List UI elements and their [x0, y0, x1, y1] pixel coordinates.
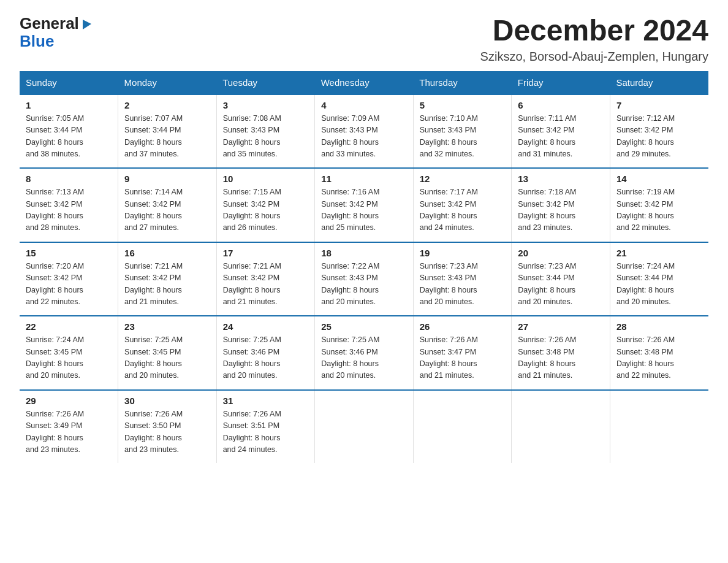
day-number: 7	[616, 100, 702, 110]
day-number: 5	[420, 100, 506, 110]
calendar-title: December 2024	[480, 15, 708, 47]
day-info: Sunrise: 7:19 AMSunset: 3:42 PMDaylight:…	[616, 186, 702, 234]
calendar-day-cell: 21Sunrise: 7:24 AMSunset: 3:44 PMDayligh…	[610, 242, 708, 316]
calendar-subtitle: Szikszo, Borsod-Abauj-Zemplen, Hungary	[480, 50, 708, 64]
day-info: Sunrise: 7:23 AMSunset: 3:44 PMDaylight:…	[518, 261, 604, 308]
calendar-day-cell: 12Sunrise: 7:17 AMSunset: 3:42 PMDayligh…	[413, 168, 512, 242]
day-info: Sunrise: 7:26 AMSunset: 3:48 PMDaylight:…	[616, 334, 702, 382]
day-info: Sunrise: 7:18 AMSunset: 3:42 PMDaylight:…	[518, 186, 604, 234]
day-info: Sunrise: 7:20 AMSunset: 3:42 PMDaylight:…	[26, 261, 112, 308]
calendar-day-cell: 16Sunrise: 7:21 AMSunset: 3:42 PMDayligh…	[118, 242, 217, 316]
day-number: 4	[321, 100, 407, 110]
calendar-day-cell: 6Sunrise: 7:11 AMSunset: 3:42 PMDaylight…	[512, 94, 610, 169]
day-info: Sunrise: 7:26 AMSunset: 3:47 PMDaylight:…	[420, 334, 506, 382]
day-info: Sunrise: 7:07 AMSunset: 3:44 PMDaylight:…	[124, 113, 210, 161]
day-info: Sunrise: 7:11 AMSunset: 3:42 PMDaylight:…	[518, 113, 604, 161]
logo: General Blue	[20, 15, 94, 50]
day-number: 3	[223, 100, 309, 110]
calendar-day-cell: 22Sunrise: 7:24 AMSunset: 3:45 PMDayligh…	[20, 316, 118, 390]
weekday-header-tuesday: Tuesday	[216, 71, 315, 94]
day-info: Sunrise: 7:05 AMSunset: 3:44 PMDaylight:…	[26, 113, 112, 161]
weekday-header-row: SundayMondayTuesdayWednesdayThursdayFrid…	[20, 71, 708, 94]
calendar-day-cell: 26Sunrise: 7:26 AMSunset: 3:47 PMDayligh…	[413, 316, 512, 390]
calendar-day-cell: 14Sunrise: 7:19 AMSunset: 3:42 PMDayligh…	[610, 168, 708, 242]
day-info: Sunrise: 7:21 AMSunset: 3:42 PMDaylight:…	[124, 261, 210, 308]
day-number: 11	[321, 174, 407, 184]
day-number: 9	[124, 174, 210, 184]
day-number: 26	[420, 321, 506, 332]
day-number: 28	[616, 321, 702, 332]
day-number: 8	[26, 174, 112, 184]
day-number: 25	[321, 321, 407, 332]
calendar-day-cell: 30Sunrise: 7:26 AMSunset: 3:50 PMDayligh…	[118, 390, 217, 464]
day-number: 27	[518, 321, 604, 332]
calendar-day-cell: 9Sunrise: 7:14 AMSunset: 3:42 PMDaylight…	[118, 168, 217, 242]
day-number: 2	[124, 100, 210, 110]
day-number: 31	[223, 396, 309, 406]
day-number: 10	[223, 174, 309, 184]
day-number: 24	[223, 321, 309, 332]
calendar-day-cell: 4Sunrise: 7:09 AMSunset: 3:43 PMDaylight…	[315, 94, 414, 169]
calendar-day-cell: 19Sunrise: 7:23 AMSunset: 3:43 PMDayligh…	[413, 242, 512, 316]
weekday-header-thursday: Thursday	[413, 71, 512, 94]
day-info: Sunrise: 7:21 AMSunset: 3:42 PMDaylight:…	[223, 261, 309, 308]
day-info: Sunrise: 7:14 AMSunset: 3:42 PMDaylight:…	[124, 186, 210, 234]
calendar-day-cell: 31Sunrise: 7:26 AMSunset: 3:51 PMDayligh…	[216, 390, 315, 464]
title-block: December 2024 Szikszo, Borsod-Abauj-Zemp…	[480, 15, 708, 64]
day-number: 29	[26, 396, 112, 406]
weekday-header-friday: Friday	[512, 71, 610, 94]
day-info: Sunrise: 7:09 AMSunset: 3:43 PMDaylight:…	[321, 113, 407, 161]
weekday-header-sunday: Sunday	[20, 71, 118, 94]
calendar-day-cell: 1Sunrise: 7:05 AMSunset: 3:44 PMDaylight…	[20, 94, 118, 169]
calendar-week-row: 15Sunrise: 7:20 AMSunset: 3:42 PMDayligh…	[20, 242, 708, 316]
day-info: Sunrise: 7:26 AMSunset: 3:49 PMDaylight:…	[26, 408, 112, 456]
day-number: 18	[321, 248, 407, 258]
day-number: 19	[420, 248, 506, 258]
calendar-week-row: 1Sunrise: 7:05 AMSunset: 3:44 PMDaylight…	[20, 94, 708, 169]
logo-general: General	[20, 15, 79, 33]
day-number: 14	[616, 174, 702, 184]
day-info: Sunrise: 7:25 AMSunset: 3:46 PMDaylight:…	[321, 334, 407, 382]
logo-triangle-icon	[80, 17, 94, 31]
empty-cell	[512, 390, 610, 464]
page-header: General Blue December 2024 Szikszo, Bors…	[20, 15, 708, 64]
day-info: Sunrise: 7:23 AMSunset: 3:43 PMDaylight:…	[420, 261, 506, 308]
day-info: Sunrise: 7:12 AMSunset: 3:42 PMDaylight:…	[616, 113, 702, 161]
day-info: Sunrise: 7:26 AMSunset: 3:51 PMDaylight:…	[223, 408, 309, 456]
calendar-table: SundayMondayTuesdayWednesdayThursdayFrid…	[20, 71, 708, 464]
empty-cell	[413, 390, 512, 464]
day-info: Sunrise: 7:13 AMSunset: 3:42 PMDaylight:…	[26, 186, 112, 234]
day-info: Sunrise: 7:24 AMSunset: 3:44 PMDaylight:…	[616, 261, 702, 308]
day-number: 17	[223, 248, 309, 258]
day-number: 15	[26, 248, 112, 258]
day-info: Sunrise: 7:22 AMSunset: 3:43 PMDaylight:…	[321, 261, 407, 308]
day-number: 6	[518, 100, 604, 110]
day-info: Sunrise: 7:08 AMSunset: 3:43 PMDaylight:…	[223, 113, 309, 161]
calendar-day-cell: 18Sunrise: 7:22 AMSunset: 3:43 PMDayligh…	[315, 242, 414, 316]
day-number: 1	[26, 100, 112, 110]
calendar-day-cell: 5Sunrise: 7:10 AMSunset: 3:43 PMDaylight…	[413, 94, 512, 169]
calendar-day-cell: 28Sunrise: 7:26 AMSunset: 3:48 PMDayligh…	[610, 316, 708, 390]
calendar-day-cell: 10Sunrise: 7:15 AMSunset: 3:42 PMDayligh…	[216, 168, 315, 242]
calendar-day-cell: 3Sunrise: 7:08 AMSunset: 3:43 PMDaylight…	[216, 94, 315, 169]
day-info: Sunrise: 7:16 AMSunset: 3:42 PMDaylight:…	[321, 186, 407, 234]
calendar-day-cell: 23Sunrise: 7:25 AMSunset: 3:45 PMDayligh…	[118, 316, 217, 390]
calendar-day-cell: 25Sunrise: 7:25 AMSunset: 3:46 PMDayligh…	[315, 316, 414, 390]
calendar-day-cell: 2Sunrise: 7:07 AMSunset: 3:44 PMDaylight…	[118, 94, 217, 169]
empty-cell	[315, 390, 414, 464]
day-number: 22	[26, 321, 112, 332]
day-number: 12	[420, 174, 506, 184]
svg-marker-0	[83, 20, 91, 29]
calendar-day-cell: 8Sunrise: 7:13 AMSunset: 3:42 PMDaylight…	[20, 168, 118, 242]
day-info: Sunrise: 7:26 AMSunset: 3:50 PMDaylight:…	[124, 408, 210, 456]
day-info: Sunrise: 7:26 AMSunset: 3:48 PMDaylight:…	[518, 334, 604, 382]
day-info: Sunrise: 7:24 AMSunset: 3:45 PMDaylight:…	[26, 334, 112, 382]
calendar-week-row: 29Sunrise: 7:26 AMSunset: 3:49 PMDayligh…	[20, 390, 708, 464]
calendar-day-cell: 20Sunrise: 7:23 AMSunset: 3:44 PMDayligh…	[512, 242, 610, 316]
calendar-week-row: 8Sunrise: 7:13 AMSunset: 3:42 PMDaylight…	[20, 168, 708, 242]
calendar-day-cell: 29Sunrise: 7:26 AMSunset: 3:49 PMDayligh…	[20, 390, 118, 464]
day-number: 13	[518, 174, 604, 184]
logo-blue: Blue	[20, 33, 54, 50]
calendar-day-cell: 15Sunrise: 7:20 AMSunset: 3:42 PMDayligh…	[20, 242, 118, 316]
calendar-day-cell: 27Sunrise: 7:26 AMSunset: 3:48 PMDayligh…	[512, 316, 610, 390]
